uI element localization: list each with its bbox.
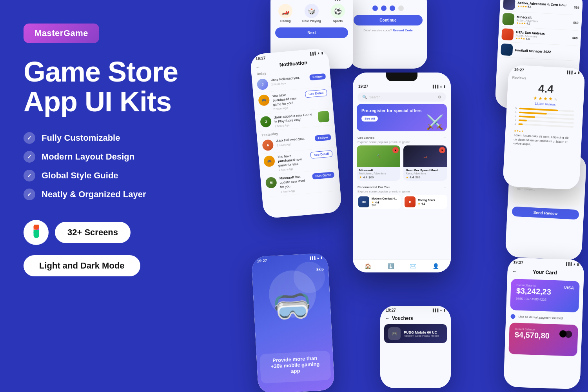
bottom-nav: 🏠 ⬇️ ✉️ 👤 — [353, 260, 451, 272]
see-detail-button-1[interactable]: See Detail — [305, 89, 327, 98]
phone-notification: 19:27 ▐▐▐ ▲ ▮ ← Notification Today J Jan… — [250, 48, 342, 219]
cat-roleplaying: 🎲 Role Playing — [302, 4, 321, 23]
figma-badge — [24, 220, 49, 245]
credit-card-1: Current Balance $3,242,23 9855 3567 4583… — [510, 279, 580, 312]
brand-name: MasterGame — [34, 28, 88, 38]
nav-profile[interactable]: 👤 — [432, 263, 439, 269]
promo-banner: Pre-register for special offers See All … — [357, 104, 447, 131]
feature-4: Neatly & Organized Layer — [24, 189, 212, 200]
card-header: ← Your Card — [507, 266, 584, 279]
screens-badge: 32+ Screens — [55, 222, 131, 243]
vouchers-back[interactable]: ← — [385, 316, 390, 321]
run-game-button[interactable]: Run Game — [312, 172, 334, 180]
get-started-section: Get Started → — [353, 134, 451, 140]
cat-racing: 🏎️ Racing — [278, 4, 292, 23]
check-icon-4 — [24, 189, 35, 200]
skip-button[interactable]: Skip — [316, 267, 324, 272]
main-title: Game Store App UI Kits — [24, 57, 212, 116]
follow-button-2[interactable]: Follow — [314, 134, 331, 142]
card-default-row: Use as default payment method — [506, 312, 583, 323]
otp-dot-2 — [381, 5, 387, 11]
heart-icon-nfs: ♥ — [439, 147, 445, 153]
feature-1: Fully Customizable — [24, 132, 212, 144]
features-list: Fully Customizable Modern Layout Design … — [24, 132, 212, 200]
see-detail-button-2[interactable]: See Detail — [310, 150, 333, 159]
otp-dot-1 — [372, 5, 378, 11]
recommended-games: MC Modern Combat 4... ★4.4 $89 R Racing … — [353, 195, 451, 209]
vouchers-header: ← Vouchers — [380, 314, 451, 323]
back-arrow[interactable]: ← — [255, 64, 260, 70]
phone-review: 19:27 ▐▐▐ ▲ ▮ Reviews 4.4 ★ ★ ★ ★ ★ — [503, 65, 585, 190]
notif-avatar-5: 🎮 — [263, 155, 275, 167]
phone-card: 19:27 ▐▐▐ ▲ ▮ ← Your Card Current Balanc… — [503, 258, 584, 390]
rec-game-icon-1: MC — [358, 196, 369, 207]
notif-avatar-1: J — [257, 78, 269, 90]
rec-game-1[interactable]: MC Modern Combat 4... ★4.4 $89 — [357, 195, 401, 209]
feature-2: Modern Layout Design — [24, 151, 212, 163]
credit-card-2: Current Balance $4,570,80 ⬤⬤ — [508, 323, 578, 356]
notif-game-image — [318, 111, 329, 123]
badges-row: 32+ Screens — [24, 220, 212, 245]
game-card-minecraft[interactable]: ⛏️ ♥ Minecraft Multiplayer, Adventure ★ … — [357, 145, 400, 181]
mastercard-logo: ⬤⬤ — [559, 329, 573, 338]
nav-home[interactable]: 🏠 — [365, 263, 371, 269]
visa-logo: VISA — [564, 285, 574, 290]
figma-icon — [30, 225, 42, 240]
feature-3: Global Style Guide — [24, 170, 212, 181]
nav-mail[interactable]: ✉️ — [410, 263, 416, 269]
notif-avatar-6: M — [265, 177, 277, 189]
notif-avatar-2: 🎮 — [258, 94, 270, 106]
voucher-icon-1: 🎮 — [388, 327, 401, 340]
send-review-button[interactable]: Send Review — [512, 207, 579, 220]
notif-avatar-3: J — [260, 116, 272, 128]
app-icon-2 — [502, 13, 515, 25]
dark-mode-badge: Light and Dark Mode — [24, 255, 140, 276]
next-button[interactable]: Next — [275, 27, 348, 38]
phone-otp: 19:27 ▐▐▐ ▲ ▮ Continue Didn't — [349, 0, 427, 69]
phone-vouchers: 19:27 ▐▐▐ ▲ ▮ ← Vouchers 🎮 PUBG Mobile 6… — [380, 306, 451, 388]
search-icon: 🔍 — [362, 95, 367, 99]
follow-button-1[interactable]: Follow — [309, 73, 326, 81]
rec-game-icon-2: R — [405, 196, 416, 207]
check-icon-1 — [24, 132, 35, 144]
heart-icon: ♥ — [392, 147, 399, 153]
search-placeholder: Search... — [369, 95, 436, 99]
cat-racing-icon: 🏎️ — [278, 4, 292, 18]
search-bar[interactable]: 🔍 Search... ⚙ — [358, 93, 446, 102]
review-comment: ★★★★ Lorem ipsum dolor sit amet, adipisc… — [508, 127, 578, 151]
see-all-button[interactable]: See All — [361, 116, 378, 122]
app-icon-4 — [501, 44, 513, 56]
recommended-section: Recomended For You → — [353, 183, 451, 190]
otp-dot-4 — [398, 5, 404, 11]
phone-main: 19:27 ▐▐▐ ▲ ▮ 🔍 Search... ⚙ Pre-register… — [353, 73, 451, 272]
app-list: Action, Adventure 4: Zero Hour ★★★★ 4.4 … — [497, 0, 583, 63]
onboarding-text: Provide more than +30k mobile gaming app — [266, 355, 324, 376]
brand-badge: MasterGame — [24, 24, 99, 43]
nav-download[interactable]: ⬇️ — [387, 263, 394, 269]
phones-area: 19:27 ▐▐▐ ▲ ▮ 🏎️ Racing 🎲 Role Playing ⚽ — [196, 0, 588, 392]
category-row: 🏎️ Racing 🎲 Role Playing ⚽ Sports — [270, 2, 353, 24]
resend-link[interactable]: Resend Code — [393, 29, 413, 32]
card-back[interactable]: ← — [512, 269, 517, 274]
default-check — [510, 314, 515, 319]
rec-game-2[interactable]: R Racing Fever ★4.2 — [403, 195, 447, 209]
cat-roleplaying-icon: 🎲 — [305, 4, 319, 18]
continue-button[interactable]: Continue — [354, 15, 423, 25]
game-thumb-nfs: 🏎️ ♥ — [403, 145, 447, 167]
phone-onboarding: 19:27 ▐▐▐ ▲ ▮ Skip 🥽 Provide more than +… — [251, 253, 335, 392]
voucher-item-1: 🎮 PUBG Mobile 60 UC Redeem Code PUBG Mob… — [384, 324, 447, 343]
check-icon-2 — [24, 151, 35, 163]
game-card-nfs[interactable]: 🏎️ ♥ Need For Speed Most... Race, Advent… — [403, 145, 447, 181]
notif-avatar-4: A — [262, 139, 274, 151]
cat-sports: ⚽ Sports — [331, 4, 345, 23]
otp-dot-3 — [390, 5, 395, 11]
resend-text: Didn't receive code? Resend Code — [354, 29, 423, 32]
cat-sports-icon: ⚽ — [331, 4, 345, 18]
banner-character: ⚔️ — [426, 114, 444, 131]
games-grid: ⛏️ ♥ Minecraft Multiplayer, Adventure ★ … — [353, 145, 451, 181]
left-panel: MasterGame Game Store App UI Kits Fully … — [24, 24, 212, 276]
review-bars: 5 4 3 2 1 — [510, 105, 579, 131]
settings-icon: ⚙ — [438, 95, 441, 99]
check-icon-3 — [24, 170, 35, 181]
app-icon-1 — [503, 0, 515, 10]
